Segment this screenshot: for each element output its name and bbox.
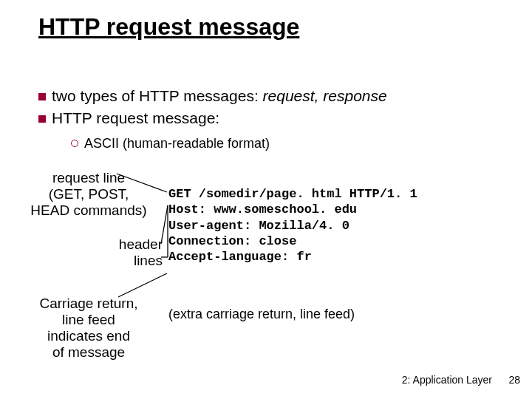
- header-line-3: Connection: close: [168, 234, 296, 248]
- sub-bullet-1-text: ASCII (human-readable format): [84, 136, 270, 151]
- sub-bullet-1: ASCII (human-readable format): [71, 136, 270, 151]
- footer-chapter: 2: Application Layer: [402, 374, 492, 386]
- square-bullet-icon: [38, 93, 46, 100]
- header-line-2: User-agent: Mozilla/4. 0: [168, 219, 349, 233]
- bullet-1-text-a: two types of HTTP messages:: [52, 87, 263, 104]
- bullet-2-text: HTTP request message:: [52, 109, 219, 126]
- extra-crlf-note: (extra carriage return, line feed): [168, 307, 355, 322]
- bullet-1-text-em: request, response: [263, 87, 387, 104]
- request-line: GET /somedir/page. html HTTP/1. 1: [168, 187, 417, 201]
- annotation-carriage-return: Carriage return, line feed indicates end…: [22, 296, 155, 360]
- annotation-request-line: request line (GET, POST, HEAD commands): [30, 170, 148, 219]
- annotation-header-lines: header lines: [111, 236, 163, 269]
- http-request-block: GET /somedir/page. html HTTP/1. 1 Host: …: [168, 186, 417, 265]
- svg-line-4: [118, 273, 167, 297]
- header-line-1: Host: www.someschool. edu: [168, 202, 357, 216]
- bullet-2: HTTP request message:: [38, 109, 219, 127]
- square-bullet-icon: [38, 115, 46, 123]
- circle-bullet-icon: [71, 140, 78, 147]
- header-line-4: Accept-language: fr: [168, 250, 312, 264]
- bullet-1: two types of HTTP messages: request, res…: [38, 87, 387, 105]
- footer-page-number: 28: [508, 374, 520, 386]
- slide-title: HTTP request message: [38, 13, 299, 41]
